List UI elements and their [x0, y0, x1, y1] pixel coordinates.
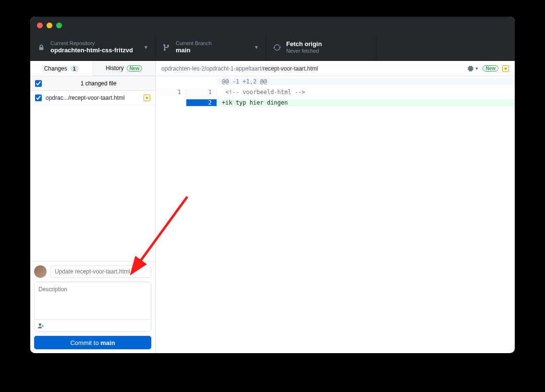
changed-files-label: 1 changed file	[47, 80, 150, 87]
sync-icon	[273, 43, 281, 52]
commit-button[interactable]: Commit to main	[34, 336, 151, 349]
modified-status-icon	[144, 95, 150, 101]
fetch-label: Fetch origin	[286, 40, 322, 48]
branch-selector[interactable]: Current Branch main ▼	[156, 34, 266, 60]
gear-icon	[467, 65, 474, 72]
tab-changes[interactable]: Changes 1	[30, 61, 93, 76]
diff-line-content: +ik typ hier dingen	[217, 99, 515, 106]
history-new-badge: New	[127, 65, 143, 71]
sidebar: Changes 1 History New 1 changed file opd…	[30, 61, 156, 353]
minimize-window-button[interactable]	[47, 23, 52, 28]
person-add-icon	[37, 322, 44, 329]
select-all-checkbox[interactable]	[35, 80, 42, 87]
file-checkbox[interactable]	[35, 95, 42, 101]
commit-button-branch: main	[100, 339, 115, 346]
new-line-number: 1	[186, 89, 217, 95]
close-window-button[interactable]	[37, 23, 43, 28]
tab-history-label: History	[106, 65, 123, 71]
body: Changes 1 History New 1 changed file opd…	[30, 61, 515, 353]
chevron-down-icon: ▼	[254, 45, 259, 50]
commit-panel: Commit to main	[30, 261, 155, 353]
git-branch-icon	[162, 43, 171, 52]
maximize-window-button[interactable]	[56, 23, 62, 28]
repo-label: Current Repository	[50, 40, 133, 47]
commit-summary-input[interactable]	[50, 265, 151, 278]
branch-label: Current Branch	[176, 40, 212, 47]
diff-file-header: opdrachten-les-2/opdracht-1-appeltaart/r…	[156, 61, 515, 76]
tab-changes-label: Changes	[44, 65, 67, 72]
commit-description-box	[34, 282, 151, 332]
chevron-down-icon: ▼	[144, 45, 148, 50]
sidebar-spacer	[30, 105, 155, 261]
file-path-dim: opdrachten-les-2/opdracht-1-appeltaart/	[161, 65, 263, 72]
hunk-text: @@ -1 +1,2 @@	[217, 78, 515, 85]
branch-value: main	[176, 47, 212, 54]
app-window: Current Repository opdrachten-html-css-f…	[30, 17, 515, 353]
tab-history[interactable]: History New	[93, 61, 156, 76]
toolbar: Current Repository opdrachten-html-css-f…	[30, 34, 515, 61]
diff-view: @@ -1 +1,2 @@ 1 1 <!-- voorbeeld-html --…	[156, 76, 515, 108]
changes-count-badge: 1	[70, 65, 79, 72]
diff-hunk-header: @@ -1 +1,2 @@	[156, 76, 515, 87]
changed-files-header: 1 changed file	[30, 76, 155, 91]
diff-line[interactable]: 1 1 <!-- voorbeeld-html -->	[156, 87, 515, 97]
chevron-down-icon: ▼	[475, 66, 479, 71]
new-line-number: 2	[186, 99, 217, 106]
add-coauthors-button[interactable]	[35, 319, 151, 332]
file-path-current: recept-voor-taart.html	[263, 65, 318, 72]
diff-line[interactable]: 2 +ik typ hier dingen	[156, 97, 515, 108]
diff-new-badge: New	[483, 65, 498, 71]
modified-status-icon	[502, 65, 509, 72]
repo-value: opdrachten-html-css-fritzvd	[50, 47, 133, 54]
fetch-button[interactable]: Fetch origin Never fetched	[266, 34, 376, 60]
commit-button-prefix: Commit to	[70, 339, 100, 346]
lock-icon	[37, 43, 46, 52]
diff-line-content: <!-- voorbeeld-html -->	[217, 89, 515, 95]
commit-description-input[interactable]	[35, 282, 151, 319]
old-line-number: 1	[156, 89, 186, 95]
main-panel: opdrachten-les-2/opdracht-1-appeltaart/r…	[156, 61, 515, 353]
repository-selector[interactable]: Current Repository opdrachten-html-css-f…	[30, 34, 156, 60]
titlebar	[30, 17, 515, 34]
fetch-sub: Never fetched	[286, 48, 322, 54]
diff-settings-button[interactable]: ▼	[467, 65, 479, 72]
sidebar-tabs: Changes 1 History New	[30, 61, 155, 76]
avatar	[34, 265, 47, 278]
file-name: opdrac.../recept-voor-taart.html	[46, 95, 140, 101]
changed-file-row[interactable]: opdrac.../recept-voor-taart.html	[30, 91, 155, 105]
